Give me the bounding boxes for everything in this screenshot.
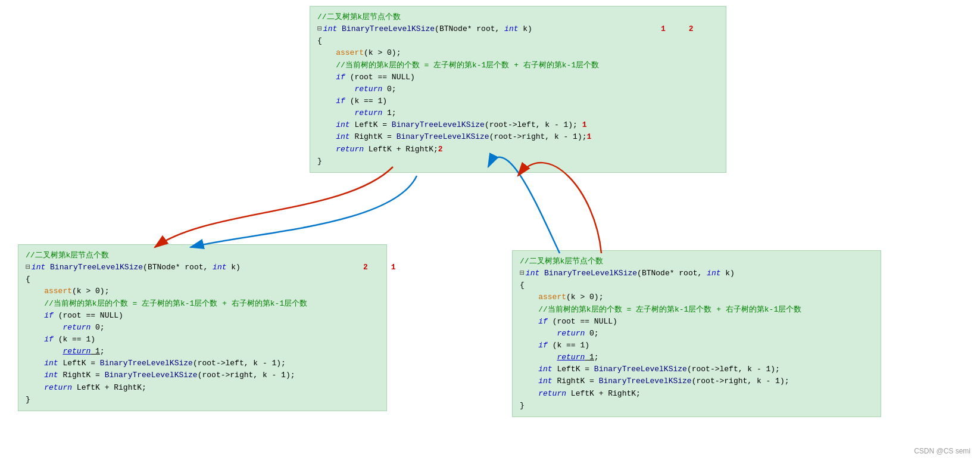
br-if-null: if (root == NULL) <box>520 316 873 328</box>
bl-assert: assert(k > 0); <box>26 285 379 297</box>
top-line-if-k1: if (k == 1) <box>317 95 719 107</box>
red-arrow-left <box>155 167 393 247</box>
top-func-sig: ⊟int BinaryTreeLevelKSize(BTNode* root, … <box>317 23 719 35</box>
bl-return1: return 1; <box>26 346 379 358</box>
br-comment: //当前树的第k层的个数 = 左子树的第k-1层个数 + 右子树的第k-1层个数 <box>520 304 873 316</box>
top-line-leftk: int LeftK = BinaryTreeLevelKSize(root->l… <box>317 119 719 131</box>
br-brace-open: { <box>520 279 873 291</box>
top-line-comment: //当前树的第k层的个数 = 左子树的第k-1层个数 + 右子树的第k-1层个数 <box>317 60 719 72</box>
br-assert: assert(k > 0); <box>520 291 873 303</box>
br-if-k1: if (k == 1) <box>520 340 873 352</box>
bl-if-k1: if (k == 1) <box>26 334 379 346</box>
br-return-sum: return LeftK + RightK; <box>520 388 873 400</box>
top-line-return0: return 0; <box>317 83 719 95</box>
bottom-right-code-box: //二叉树第k层节点个数 ⊟int BinaryTreeLevelKSize(B… <box>512 250 881 417</box>
top-code-box: //二叉树第k层节点个数 ⊟int BinaryTreeLevelKSize(B… <box>310 6 726 173</box>
top-line-rightk: int RightK = BinaryTreeLevelKSize(root->… <box>317 131 719 143</box>
bl-brace-open: { <box>26 273 379 285</box>
bottom-left-code-box: //二叉树第k层节点个数 ⊟int BinaryTreeLevelKSize(B… <box>18 244 387 411</box>
bl-return0: return 0; <box>26 322 379 334</box>
br-return1: return 1; <box>520 352 873 363</box>
top-line-return1: return 1; <box>317 107 719 119</box>
top-line-brace-open: { <box>317 35 719 47</box>
bl-if-null: if (root == NULL) <box>26 310 379 322</box>
br-rightk: int RightK = BinaryTreeLevelKSize(root->… <box>520 375 873 387</box>
br-brace-close: } <box>520 400 873 412</box>
top-title: //二叉树第k层节点个数 <box>317 11 719 23</box>
bl-return-sum: return LeftK + RightK; <box>26 382 379 394</box>
br-title: //二叉树第k层节点个数 <box>520 256 873 268</box>
br-return0: return 0; <box>520 328 873 340</box>
bl-brace-close: } <box>26 394 379 406</box>
br-func-sig: ⊟int BinaryTreeLevelKSize(BTNode* root, … <box>520 268 873 279</box>
top-line-if-null: if (root == NULL) <box>317 72 719 83</box>
bl-func-sig: ⊟int BinaryTreeLevelKSize(BTNode* root, … <box>26 262 379 273</box>
br-leftk: int LeftK = BinaryTreeLevelKSize(root->l… <box>520 363 873 375</box>
bl-title: //二叉树第k层节点个数 <box>26 250 379 262</box>
top-line-assert: assert(k > 0); <box>317 47 719 59</box>
top-line-brace-close: } <box>317 156 719 167</box>
bl-leftk: int LeftK = BinaryTreeLevelKSize(root->l… <box>26 358 379 369</box>
bl-comment: //当前树的第k层的个数 = 左子树的第k-1层个数 + 右子树的第k-1层个数 <box>26 298 379 310</box>
top-line-return-sum: return LeftK + RightK;2 <box>317 144 719 156</box>
bl-rightk: int RightK = BinaryTreeLevelKSize(root->… <box>26 369 379 381</box>
red-arrow-up <box>518 163 601 253</box>
watermark: CSDN @CS semi <box>914 447 970 455</box>
blue-arrow-left <box>191 176 417 247</box>
